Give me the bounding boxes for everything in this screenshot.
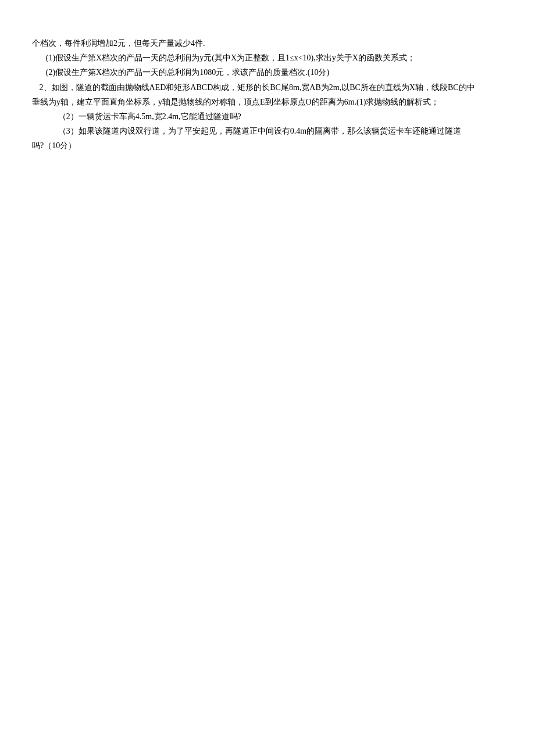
text-line-1: 个档次，每件利润增加2元，但每天产量减少4件. — [32, 36, 503, 51]
text-line-2: (1)假设生产第X档次的产品一天的总利润为y元(其中X为正整数，且1≤x<10)… — [32, 51, 503, 65]
text-line-7: （3）如果该隧道内设双行道，为了平安起见，再隧道正中间设有0.4m的隔离带，那么… — [32, 124, 503, 138]
text-line-8: 吗?（10分） — [32, 138, 503, 153]
text-line-6: （2）一辆货运卡车高4.5m,宽2.4m,它能通过隧道吗? — [32, 109, 503, 124]
text-line-4: 2、如图，隧道的截面由抛物线AED和矩形ABCD构成，矩形的长BC尾8m,宽AB… — [32, 80, 503, 95]
text-line-5: 垂线为y轴，建立平面直角坐标系，y轴是抛物线的对称轴，顶点E到坐标原点O的距离为… — [32, 95, 503, 109]
text-line-3: (2)假设生产第X档次的产品一天的总利润为1080元，求该产品的质量档次.(10… — [32, 65, 503, 80]
document-content: 个档次，每件利润增加2元，但每天产量减少4件. (1)假设生产第X档次的产品一天… — [32, 36, 503, 153]
